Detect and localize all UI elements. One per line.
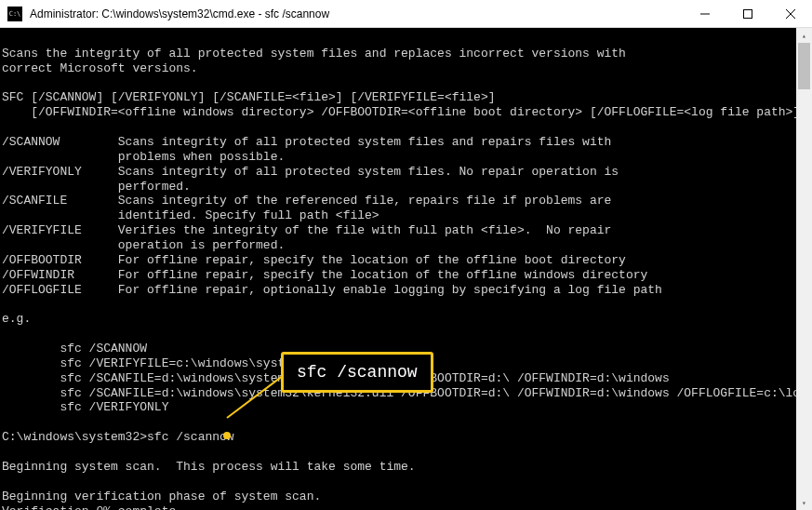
scrollbar[interactable]: ▴ ▾ — [796, 28, 812, 510]
scroll-down-icon[interactable]: ▾ — [796, 495, 812, 510]
close-button[interactable] — [769, 0, 812, 27]
callout-box: sfc /scannow — [281, 352, 433, 393]
maximize-button[interactable] — [726, 0, 769, 27]
cmd-icon — [7, 7, 22, 21]
window-controls — [684, 0, 812, 27]
terminal-output[interactable]: Scans the integrity of all protected sys… — [0, 28, 796, 510]
minimize-icon — [700, 9, 710, 19]
minimize-button[interactable] — [684, 0, 726, 27]
scroll-thumb[interactable] — [798, 43, 810, 89]
svg-rect-1 — [744, 9, 752, 18]
maximize-icon — [743, 9, 752, 19]
callout-dot — [223, 432, 231, 439]
callout-text: sfc /scannow — [297, 363, 418, 382]
cmd-window: Administrator: C:\windows\system32\cmd.e… — [0, 0, 812, 510]
titlebar[interactable]: Administrator: C:\windows\system32\cmd.e… — [0, 0, 812, 28]
terminal-wrapper: Scans the integrity of all protected sys… — [0, 28, 812, 510]
close-icon — [786, 9, 795, 19]
window-title: Administrator: C:\windows\system32\cmd.e… — [30, 7, 684, 20]
scroll-up-icon[interactable]: ▴ — [796, 28, 812, 43]
